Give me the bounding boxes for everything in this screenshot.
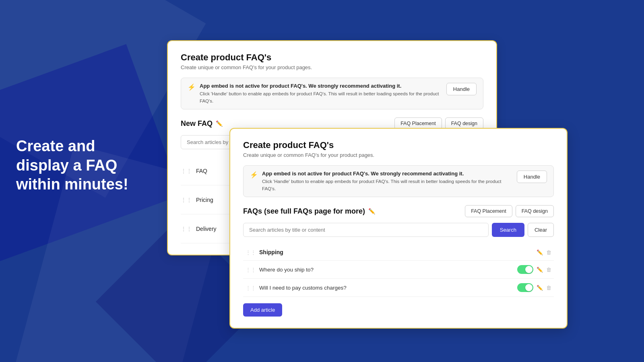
faqs-section-title: FAQs (see full FAQs page for more) ✏️ <box>243 207 375 216</box>
card-back-alert: ⚡ App embed is not active for product FA… <box>181 78 483 109</box>
alert-detail: Click 'Handle' button to enable app embe… <box>200 91 439 103</box>
toggle-thumb <box>525 266 533 273</box>
card-front-title: Create product FAQ's <box>243 140 554 150</box>
clear-button-front[interactable]: Clear <box>528 223 554 237</box>
category-actions: ✏️ 🗑 <box>537 249 551 255</box>
article1-edit-icon[interactable]: ✏️ <box>537 267 543 273</box>
handle-button-front[interactable]: Handle <box>517 171 547 183</box>
faq-placement-button-front[interactable]: FAQ Placement <box>465 205 512 217</box>
card-front: Create product FAQ's Create unique or co… <box>229 128 568 329</box>
handle-button-back[interactable]: Handle <box>446 83 477 95</box>
drag-handle-icon[interactable]: ⋮⋮ <box>181 226 192 232</box>
alert-text-front: App embed is not active for product FAQ'… <box>262 171 513 192</box>
new-faq-title: New FAQ ✏️ <box>181 119 223 128</box>
alert-message-front: App embed is not active for product FAQ'… <box>262 171 513 177</box>
article-row-2: ⋮⋮ Will I need to pay customs charges? ✏… <box>243 279 554 297</box>
toggle-thumb <box>525 284 533 291</box>
card-back-subtitle: Create unique or common FAQ's for your p… <box>181 64 483 70</box>
alert-icon-front: ⚡ <box>250 171 258 179</box>
article2-edit-icon[interactable]: ✏️ <box>537 285 543 291</box>
article2-delete-icon[interactable]: 🗑 <box>546 285 551 291</box>
article2-label: Will I need to pay customs charges? <box>259 285 517 291</box>
hero-text: Create and display a FAQ within minutes! <box>16 137 145 194</box>
add-article-front-btn[interactable]: Add article <box>243 303 282 317</box>
faqs-edit-icon[interactable]: ✏️ <box>368 208 375 214</box>
category-row: ⋮⋮ Shipping ✏️ 🗑 <box>243 244 554 261</box>
alert-text: App embed is not active for product FAQ'… <box>200 83 442 104</box>
card-front-alert: ⚡ App embed is not active for product FA… <box>243 165 554 197</box>
new-faq-edit-icon[interactable]: ✏️ <box>216 120 223 127</box>
card-back-title: Create product FAQ's <box>181 52 483 63</box>
category-edit-icon[interactable]: ✏️ <box>537 249 543 255</box>
drag-handle-icon[interactable]: ⋮⋮ <box>181 197 192 203</box>
card-front-subtitle: Create unique or common FAQ's for your p… <box>243 152 554 158</box>
alert-detail-front: Click 'Handle' button to enable app embe… <box>262 179 501 191</box>
search-button-front[interactable]: Search <box>492 223 524 237</box>
article1-delete-icon[interactable]: 🗑 <box>546 267 551 273</box>
category-label: Shipping <box>259 249 537 255</box>
search-input-front[interactable] <box>243 223 489 237</box>
article1-label: Where do you ship to? <box>259 267 517 273</box>
alert-message: App embed is not active for product FAQ'… <box>200 83 442 89</box>
article2-toggle[interactable] <box>517 283 533 292</box>
article1-actions: ✏️ 🗑 <box>517 265 551 274</box>
card-front-section-header: FAQs (see full FAQs page for more) ✏️ FA… <box>243 205 554 217</box>
category-drag-icon[interactable]: ⋮⋮ <box>246 249 256 255</box>
article-row-1: ⋮⋮ Where do you ship to? ✏️ 🗑 <box>243 261 554 279</box>
article2-actions: ✏️ 🗑 <box>517 283 551 292</box>
article2-drag-icon[interactable]: ⋮⋮ <box>246 285 256 291</box>
article1-toggle[interactable] <box>517 265 533 274</box>
front-section-actions: FAQ Placement FAQ design <box>465 205 554 217</box>
toggle-track <box>517 265 533 274</box>
category-delete-icon[interactable]: 🗑 <box>546 249 551 255</box>
toggle-track <box>517 283 533 292</box>
drag-handle-icon[interactable]: ⋮⋮ <box>181 168 192 174</box>
article1-drag-icon[interactable]: ⋮⋮ <box>246 267 256 273</box>
alert-icon: ⚡ <box>188 83 196 91</box>
card-front-search-row: Search Clear <box>243 223 554 237</box>
faq-design-button-front[interactable]: FAQ design <box>516 205 554 217</box>
